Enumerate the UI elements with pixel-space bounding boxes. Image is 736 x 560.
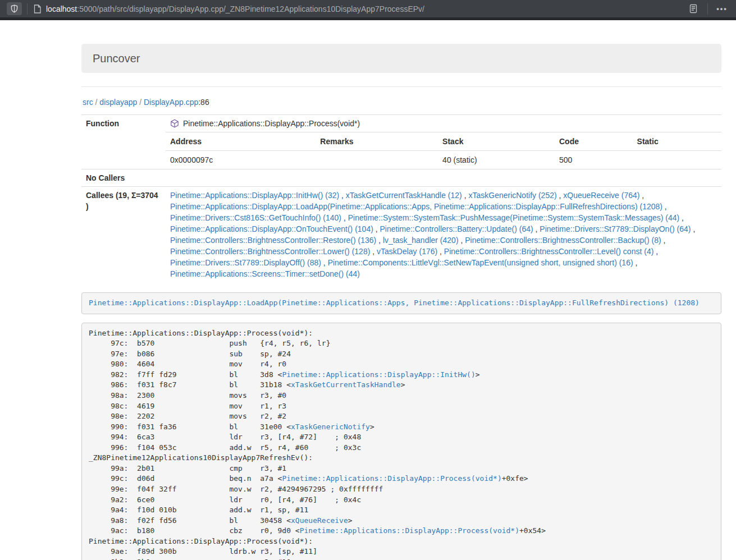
callees-row: Callees (19, Σ=3704 ) Pinetime::Applicat… [81,187,721,283]
assembly-symbol-link[interactable]: Pinetime::Applications::DisplayApp::Proc… [282,474,501,483]
shield-button[interactable] [7,2,22,15]
toolbar-divider-right [707,3,708,15]
callee-link[interactable]: Pinetime::Controllers::BrightnessControl… [170,236,376,245]
callee-link[interactable]: Pinetime::Drivers::St7789::DisplayOff() … [170,258,321,267]
highlighted-symbol-box: Pinetime::Applications::DisplayApp::Load… [81,292,721,314]
col-header-code: Code [555,132,633,151]
no-callers-label: No Callers [81,169,166,187]
no-callers-row: No Callers [81,169,721,187]
callee-link[interactable]: Pinetime::Applications::DisplayApp::Init… [170,191,339,200]
callee-line: Pinetime::Drivers::St7789::DisplayOff() … [170,257,717,268]
callee-line: Pinetime::Applications::DisplayApp::OnTo… [170,223,717,235]
callee-line: Pinetime::Drivers::Cst816S::GetTouchInfo… [170,212,717,223]
url-host: localhost [46,4,77,13]
page-container: Puncover src / displayapp / DisplayApp.c… [81,44,721,560]
callee-link[interactable]: Pinetime::Controllers::BrightnessControl… [170,247,370,256]
callee-line: Pinetime::Applications::Screens::Timer::… [170,268,717,279]
cell-static [633,151,721,169]
breadcrumb-link[interactable]: displayapp [99,98,137,107]
menu-button[interactable]: ••• [715,2,729,16]
callee-link[interactable]: Pinetime::Applications::DisplayApp::Load… [170,202,662,211]
toolbar-bottom-strip [0,17,736,20]
callee-link[interactable]: Pinetime::Controllers::BrightnessControl… [444,247,653,256]
reader-mode-icon [689,4,698,13]
cell-code: 500 [555,151,633,169]
function-detail-table: Address Remarks Stack Code Static 0x0000… [166,132,721,169]
breadcrumb: src / displayapp / DisplayApp.cpp:86 [83,98,721,107]
url-path: :5000/path/src/displayapp/DisplayApp.cpp… [77,4,424,13]
reader-mode-button[interactable] [686,2,701,16]
brand-title[interactable]: Puncover [93,52,140,65]
package-cube-icon [170,119,183,128]
cell-stack: 40 (static) [438,151,555,169]
browser-toolbar: localhost:5000/path/src/displayapp/Displ… [0,0,736,17]
callee-link[interactable]: lv_task_handler (420) [383,236,459,245]
callees-list: Pinetime::Applications::DisplayApp::Init… [166,187,721,283]
col-header-remarks: Remarks [316,132,438,151]
highlighted-symbol-link[interactable]: Pinetime::Applications::DisplayApp::Load… [89,299,700,307]
breadcrumb-separator: / [137,98,144,107]
callee-link[interactable]: Pinetime::Components::LittleVgl::SetNewT… [328,258,633,267]
callee-link[interactable]: Pinetime::Controllers::Battery::Update()… [380,224,533,233]
callee-link[interactable]: Pinetime::Drivers::Cst816S::GetTouchInfo… [170,213,341,222]
function-row-label: Function [81,115,166,169]
function-name: Pinetime::Applications::DisplayApp::Proc… [183,118,360,129]
callee-line: Pinetime::Controllers::BrightnessControl… [170,235,717,246]
detail-header-row: Address Remarks Stack Code Static [166,132,721,151]
assembly-symbol-link[interactable]: Pinetime::Applications::DisplayApp::Proc… [300,526,519,535]
cell-remarks [316,151,438,169]
callee-link[interactable]: xTaskGetCurrentTaskHandle (12) [346,191,462,200]
detail-data-row: 0x0000097c 40 (static) 500 [166,151,721,169]
callee-line: Pinetime::Applications::DisplayApp::Init… [170,190,717,201]
callee-link[interactable]: xTaskGenericNotify (252) [468,191,556,200]
app-navbar: Puncover [81,44,721,73]
callee-link[interactable]: Pinetime::Applications::DisplayApp::OnTo… [170,224,373,233]
callee-link[interactable]: vTaskDelay (176) [377,247,437,256]
callee-link[interactable]: Pinetime::System::SystemTask::PushMessag… [348,213,680,222]
menu-dots-icon: ••• [716,4,728,13]
col-header-address: Address [166,132,316,151]
page-icon [33,4,42,13]
assembly-symbol-link[interactable]: Pinetime::Applications::DisplayApp::Init… [282,370,475,379]
function-table: Function Pinetime::Applications::Display… [81,114,721,282]
shield-icon [10,4,19,13]
url-bar[interactable]: localhost:5000/path/src/displayapp/Displ… [28,0,686,17]
divider-rule [81,86,721,87]
callee-line: Pinetime::Controllers::BrightnessControl… [170,246,717,257]
cell-address: 0x0000097c [166,151,316,169]
function-name-wrap: Pinetime::Applications::DisplayApp::Proc… [166,115,721,132]
callee-link[interactable]: Pinetime::Drivers::St7789::DisplayOn() (… [540,224,691,233]
col-header-stack: Stack [438,132,555,151]
function-row: Function Pinetime::Applications::Display… [81,115,721,169]
assembly-symbol-link[interactable]: xTaskGetCurrentTaskHandle [291,380,401,389]
breadcrumb-line-number: :86 [198,98,209,107]
assembly-symbol-link[interactable]: xTaskGenericNotify [291,423,370,431]
breadcrumb-link[interactable]: DisplayApp.cpp [144,98,198,107]
callee-link[interactable]: Pinetime::Controllers::BrightnessControl… [465,236,661,245]
col-header-static: Static [633,132,721,151]
breadcrumb-separator: / [93,98,100,107]
callee-line: Pinetime::Applications::DisplayApp::Load… [170,201,717,212]
assembly-listing: Pinetime::Applications::DisplayApp::Proc… [81,323,721,560]
assembly-symbol-link[interactable]: xQueueReceive [291,516,348,525]
callee-link[interactable]: xQueueReceive (764) [563,191,639,200]
callees-label: Callees (19, Σ=3704 ) [81,187,166,283]
callee-link[interactable]: Pinetime::Applications::Screens::Timer::… [170,269,360,278]
breadcrumb-link[interactable]: src [83,98,93,107]
